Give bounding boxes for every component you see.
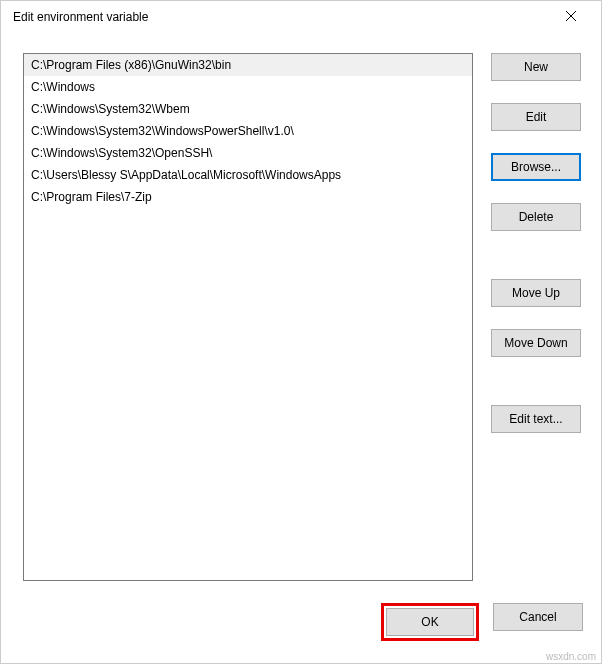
delete-button[interactable]: Delete (491, 203, 581, 231)
list-item[interactable]: C:\Users\Blessy S\AppData\Local\Microsof… (24, 164, 472, 186)
titlebar: Edit environment variable (1, 1, 601, 33)
close-icon (566, 10, 576, 24)
new-button[interactable]: New (491, 53, 581, 81)
ok-button[interactable]: OK (386, 608, 474, 636)
close-button[interactable] (551, 3, 591, 31)
edit-env-var-dialog: Edit environment variable C:\Program Fil… (0, 0, 602, 664)
window-title: Edit environment variable (13, 10, 148, 24)
cancel-button[interactable]: Cancel (493, 603, 583, 631)
list-item[interactable]: C:\Windows\System32\WindowsPowerShell\v1… (24, 120, 472, 142)
browse-button[interactable]: Browse... (491, 153, 581, 181)
move-down-button[interactable]: Move Down (491, 329, 581, 357)
list-item[interactable]: C:\Program Files\7-Zip (24, 186, 472, 208)
move-up-button[interactable]: Move Up (491, 279, 581, 307)
ok-highlight-box: OK (381, 603, 479, 641)
edit-text-button[interactable]: Edit text... (491, 405, 581, 433)
list-item[interactable]: C:\Windows (24, 76, 472, 98)
list-item[interactable]: C:\Windows\System32\OpenSSH\ (24, 142, 472, 164)
dialog-footer: OK Cancel (1, 591, 601, 663)
list-item[interactable]: C:\Windows\System32\Wbem (24, 98, 472, 120)
side-button-panel: New Edit Browse... Delete Move Up Move D… (491, 53, 583, 581)
dialog-content: C:\Program Files (x86)\GnuWin32\binC:\Wi… (1, 33, 601, 591)
list-item[interactable]: C:\Program Files (x86)\GnuWin32\bin (24, 54, 472, 76)
edit-button[interactable]: Edit (491, 103, 581, 131)
path-listbox[interactable]: C:\Program Files (x86)\GnuWin32\binC:\Wi… (23, 53, 473, 581)
